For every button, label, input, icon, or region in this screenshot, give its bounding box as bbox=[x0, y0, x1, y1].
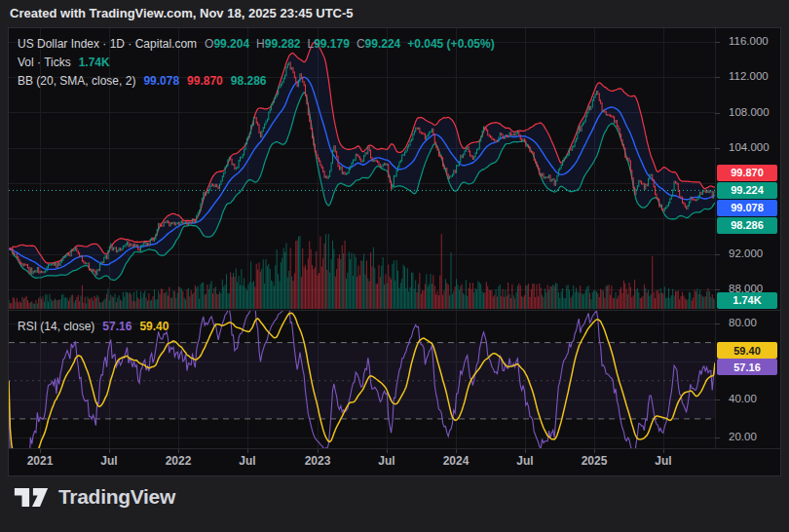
tradingview-logo-icon bbox=[13, 482, 50, 512]
change-value: +0.045 (+0.05%) bbox=[407, 37, 494, 51]
volume-legend-row: Vol · Ticks 1.74K bbox=[18, 53, 495, 71]
price-axis-border bbox=[715, 28, 716, 448]
time-tick-label[interactable]: Jul bbox=[225, 454, 270, 468]
brand-name: TradingView bbox=[58, 485, 175, 509]
rsi-tick-label: 20.00 bbox=[729, 431, 757, 442]
time-tick-label[interactable]: 2021 bbox=[18, 454, 62, 468]
rsi-tick-mark bbox=[715, 437, 720, 438]
price-label-chip: 99.224 bbox=[717, 182, 777, 199]
volume-value: 1.74K bbox=[79, 56, 110, 69]
bb-title[interactable]: BB (20, SMA, close, 2) bbox=[18, 74, 135, 88]
volume-label-chip: 1.74K bbox=[717, 292, 777, 309]
rsi-ma-value: 59.40 bbox=[139, 320, 169, 333]
high-value: H99.282 bbox=[256, 37, 300, 51]
price-label-chip: 57.16 bbox=[717, 359, 777, 375]
price-tick-label: 108.000 bbox=[729, 106, 770, 118]
price-label-chip: 98.286 bbox=[717, 217, 777, 234]
legend: US Dollar Index · 1D · Capital.com O99.2… bbox=[18, 34, 495, 90]
price-tick-label: 104.000 bbox=[729, 141, 770, 153]
time-tick-label[interactable]: Jul bbox=[87, 454, 132, 468]
time-tick-mark bbox=[525, 449, 526, 453]
price-tick-label: 116.000 bbox=[729, 35, 769, 47]
brand-footer[interactable]: TradingView bbox=[13, 482, 175, 512]
time-tick-label[interactable]: 2024 bbox=[433, 454, 478, 468]
price-label-chip: 59.40 bbox=[717, 342, 777, 359]
time-tick-label[interactable]: Jul bbox=[364, 454, 409, 468]
time-tick-mark bbox=[663, 449, 664, 453]
tradingview-snapshot: Created with TradingView.com, Nov 18, 20… bbox=[0, 0, 789, 532]
attribution-text: Created with TradingView.com, Nov 18, 20… bbox=[10, 6, 354, 20]
rsi-legend: RSI (14, close) 57.16 59.40 bbox=[18, 317, 169, 335]
chart-panel: US Dollar Index · 1D · Capital.com O99.2… bbox=[8, 27, 781, 476]
low-value: L99.179 bbox=[307, 37, 349, 51]
rsi-value: 57.16 bbox=[102, 320, 132, 333]
price-tick-mark bbox=[715, 42, 720, 43]
open-value: O99.204 bbox=[205, 37, 249, 51]
time-axis-separator bbox=[9, 448, 780, 449]
time-tick-mark bbox=[247, 449, 248, 453]
time-tick-mark bbox=[109, 449, 110, 453]
time-tick-label[interactable]: 2023 bbox=[295, 454, 340, 468]
price-label-chip: 99.870 bbox=[717, 165, 777, 181]
rsi-tick-mark bbox=[715, 323, 720, 324]
time-tick-mark bbox=[456, 449, 457, 453]
rsi-tick-label: 40.00 bbox=[729, 393, 757, 404]
time-tick-mark bbox=[318, 449, 319, 453]
time-tick-label[interactable]: Jul bbox=[641, 454, 686, 468]
price-tick-mark bbox=[715, 148, 720, 149]
pane-separator[interactable] bbox=[9, 310, 780, 311]
price-tick-mark bbox=[715, 289, 720, 290]
rsi-tick-label: 80.00 bbox=[729, 317, 757, 328]
time-tick-mark bbox=[178, 449, 179, 453]
price-tick-mark bbox=[715, 77, 720, 78]
rsi-title[interactable]: RSI (14, close) bbox=[18, 320, 94, 333]
close-value: C99.224 bbox=[357, 37, 400, 51]
rsi-tick-mark bbox=[715, 399, 720, 400]
bb-legend-row: BB (20, SMA, close, 2) 99.078 99.870 98.… bbox=[18, 71, 495, 90]
time-tick-label[interactable]: 2022 bbox=[156, 454, 201, 468]
symbol-title[interactable]: US Dollar Index · 1D · Capital.com bbox=[18, 37, 197, 51]
time-tick-mark bbox=[594, 449, 595, 453]
bb-basis-value: 99.078 bbox=[143, 74, 179, 88]
price-tick-label: 92.000 bbox=[729, 247, 763, 259]
time-tick-mark bbox=[40, 449, 41, 453]
bb-upper-value: 99.870 bbox=[187, 74, 223, 88]
time-tick-label[interactable]: Jul bbox=[503, 454, 547, 468]
price-label-chip: 99.078 bbox=[717, 200, 777, 216]
bb-lower-value: 98.286 bbox=[231, 74, 267, 88]
time-tick-mark bbox=[387, 449, 388, 453]
price-tick-mark bbox=[715, 113, 720, 114]
price-tick-mark bbox=[715, 254, 720, 255]
rsi-legend-row: RSI (14, close) 57.16 59.40 bbox=[18, 317, 169, 335]
volume-title[interactable]: Vol · Ticks bbox=[18, 56, 71, 69]
price-tick-label: 112.000 bbox=[729, 70, 769, 82]
symbol-legend-row: US Dollar Index · 1D · Capital.com O99.2… bbox=[18, 34, 495, 53]
time-tick-label[interactable]: 2025 bbox=[572, 454, 617, 468]
